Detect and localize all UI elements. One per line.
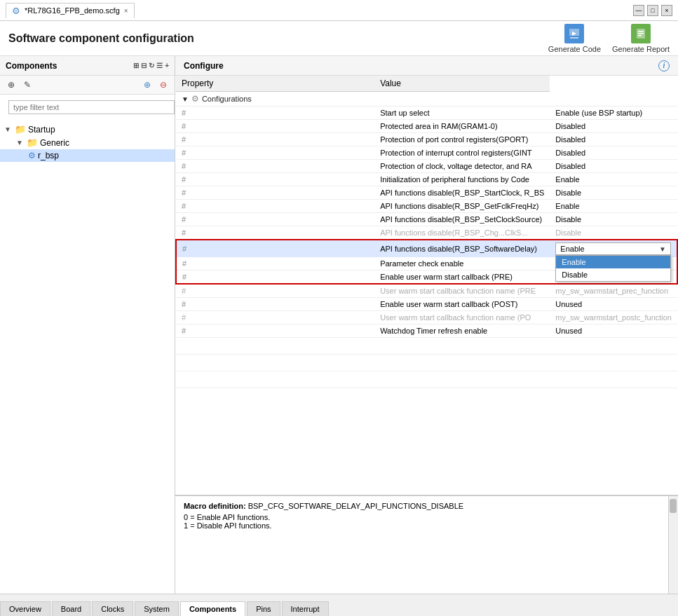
tree-item-generic[interactable]: ▼ 📁 Generic [0,136,175,149]
hash-getfclk: # [176,200,374,213]
tree-item-startup[interactable]: ▼ 📁 Startup [0,123,175,136]
val-watchdog: Unused [550,324,677,338]
close-button[interactable]: × [661,5,672,16]
dropdown-softwaredelay[interactable]: Enable ▼ Enable Disable [555,242,671,255]
dropdown-selected-value: Enable [560,245,584,253]
collapse-icon[interactable]: ⊟ [141,62,147,69]
generate-code-button[interactable]: Generate Code [548,24,601,53]
folder-icon-startup: 📁 [15,124,26,135]
gear-icon-configs: ⚙ [191,94,199,104]
tab-interrupt[interactable]: Interrupt [282,601,329,616]
table-row-protected-ram: # Protected area in RAM(GRAM1-0) Disable… [176,120,677,133]
window-controls: — □ × [633,5,672,16]
prop-param: Parameter check enable [374,257,550,271]
table-row-watchdog: # Watchdog Timer refresh enable Unused [176,324,677,338]
app-title: Software component configuration [8,32,548,45]
hash-changeclk: # [176,226,374,240]
panel-add-icon[interactable]: + [165,62,169,69]
generate-report-button[interactable]: Generate Report [612,24,670,53]
components-label: Components [6,61,57,71]
prop-warm-post: Enable user warm start callback (POST) [374,298,550,311]
svg-rect-6 [638,35,642,36]
prop-startclock: API functions disable(R_BSP_StartClock, … [374,186,550,200]
expand-icon[interactable]: ⊞ [133,62,139,69]
hash-warm-post-fn: # [176,311,374,324]
component-tree: ▼ 📁 Startup ▼ 📁 Generic ⚙ r_bsp [0,120,175,594]
prop-startup: Start up select [374,107,550,120]
tool-icon-add[interactable]: ⊕ [140,78,154,92]
tab-label: *RL78G16_FPB_demo.scfg [25,6,120,15]
dropdown-menu-softwaredelay[interactable]: Enable Disable [555,255,671,282]
macro-line-1: 0 = Enable API functions. [184,513,670,521]
hash-param: # [176,257,374,271]
table-row-warm-post: # Enable user warm start callback (POST)… [176,298,677,311]
config-table: Property Value ▼ ⚙ Configurations [175,76,678,495]
macro-definition-text: Macro definition: BSP_CFG_SOFTWARE_DELAY… [184,502,670,510]
components-panel-header: Components ⊞ ⊟ ↻ ☰ + [0,56,175,76]
tab-clocks[interactable]: Clocks [92,601,133,616]
val-setclock: Disable [550,213,677,226]
filter-input[interactable] [8,100,175,114]
hash-peripheral: # [176,173,374,186]
hash-interrupt: # [176,146,374,160]
tab-overview[interactable]: Overview [0,601,50,616]
table-row-api-getfclk: # API functions disable(R_BSP_GetFclkFre… [176,200,677,213]
hash-ram: # [176,120,374,133]
tab-pins[interactable]: Pins [247,601,280,616]
prop-softwaredelay[interactable]: API functions disable(R_BSP_SoftwareDela… [374,240,550,257]
tree-item-r-bsp[interactable]: ⚙ r_bsp [0,149,175,162]
refresh-icon[interactable]: ↻ [149,62,154,69]
prop-warm-post-fn: User warm start callback function name (… [374,311,550,324]
hash-watchdog: # [176,324,374,338]
hash-softwaredelay: # [176,240,374,257]
prop-port: Protection of port control registers(GPO… [374,133,550,146]
hash-warm-pre-fn: # [176,284,374,298]
col-value: Value [374,76,550,92]
minimize-button[interactable]: — [633,5,644,16]
hash-port: # [176,133,374,146]
component-icon-r-bsp: ⚙ [28,151,36,160]
dropdown-option-enable[interactable]: Enable [556,256,670,268]
tab-components[interactable]: Components [180,601,245,616]
svg-rect-5 [638,33,644,34]
configure-label: Configure [184,61,224,71]
table-row-warm-post-fn: # User warm start callback function name… [176,311,677,324]
editor-tab[interactable]: ⚙ *RL78G16_FPB_demo.scfg × [6,3,135,18]
folder-icon-generic: 📁 [27,137,38,148]
tool-icon-2[interactable]: ✎ [20,78,34,92]
prop-warm-pre: Enable user warm start callback (PRE) [374,271,550,285]
table-row-protection-clock: # Protection of clock, voltage detector,… [176,160,677,173]
macro-scrollbar[interactable] [668,496,678,594]
tab-close-button[interactable]: × [124,7,128,15]
dropdown-option-disable[interactable]: Disable [556,268,670,281]
app-header: Software component configuration Generat… [0,21,678,56]
table-row-init-peripheral: # Initialization of peripheral functions… [176,173,677,186]
tree-label-r-bsp: r_bsp [38,151,59,160]
table-row-empty-2 [176,355,677,371]
table-row-configurations: ▼ ⚙ Configurations [176,92,677,107]
generate-report-label: Generate Report [612,45,670,53]
tool-icon-remove[interactable]: ⊖ [156,78,170,92]
hash-setclock: # [176,213,374,226]
table-row-api-changeclk: # API functions disable(R_BSP_Chg...ClkS… [176,226,677,240]
arrow-generic: ▼ [16,139,25,146]
table-row-warm-pre-fn: # User warm start callback function name… [176,284,677,298]
table-row-startup-select: # Start up select Enable (use BSP startu… [176,107,677,120]
hash-warm-post: # [176,298,374,311]
hash-startup: # [176,107,374,120]
maximize-button[interactable]: □ [647,5,658,16]
dropdown-trigger-softwaredelay[interactable]: Enable ▼ [555,242,671,255]
arrow-startup: ▼ [4,125,13,133]
val-warm-post: Unused [550,298,677,311]
tab-board[interactable]: Board [52,601,90,616]
main-layout: Components ⊞ ⊟ ↻ ☰ + ⊕ ✎ ⊕ ⊖ ▼ 📁 [0,56,678,594]
tab-system[interactable]: System [135,601,179,616]
tool-icon-1[interactable]: ⊕ [4,78,18,92]
table-row-empty-3 [176,371,677,388]
prop-clock: Protection of clock, voltage detector, a… [374,160,550,173]
toolbar-right: Generate Code Generate Report [548,24,670,53]
info-button[interactable]: i [658,60,670,71]
panel-menu-icon[interactable]: ☰ [156,62,163,69]
val-softwaredelay[interactable]: Enable ▼ Enable Disable [550,240,677,257]
table-row-api-softwaredelay[interactable]: # API functions disable(R_BSP_SoftwareDe… [176,240,677,257]
